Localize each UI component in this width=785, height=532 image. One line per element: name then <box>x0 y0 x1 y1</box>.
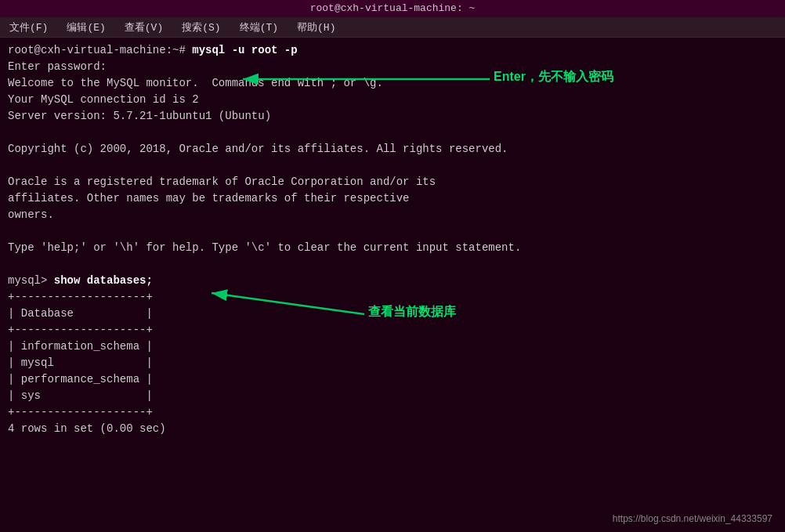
terminal-line-22: +--------------------+ <box>8 404 777 421</box>
menu-terminal[interactable]: 终端(T) <box>237 19 281 36</box>
terminal-line-23: 4 rows in set (0.00 sec) <box>8 421 777 437</box>
terminal-line-3: Your MySQL connection id is 2 <box>8 92 777 108</box>
terminal-line-17: +--------------------+ <box>8 322 777 338</box>
terminal-line-13 <box>8 256 777 273</box>
terminal-line-18: | information_schema | <box>8 338 777 355</box>
terminal-line-9: affiliates. Other names may be trademark… <box>8 190 777 207</box>
terminal-line-11 <box>8 223 777 240</box>
title-bar: root@cxh-virtual-machine: ~ <box>0 0 785 17</box>
terminal-line-2: Welcome to the MySQL monitor. Commands e… <box>8 75 777 92</box>
title-text: root@cxh-virtual-machine: ~ <box>310 2 476 14</box>
footer-link: https://blog.csdn.net/weixin_44333597 <box>613 512 772 526</box>
terminal-line-14: mysql> show databases; <box>8 273 777 289</box>
terminal-line-7 <box>8 157 777 174</box>
annotation-db-label: 查看当前数据库 <box>368 302 456 321</box>
annotation-enter-label: Enter，先不输入密码 <box>494 67 613 86</box>
terminal-line-20: | performance_schema | <box>8 371 777 388</box>
menu-search[interactable]: 搜索(S) <box>179 19 223 36</box>
terminal-line-5 <box>8 125 777 141</box>
menu-help[interactable]: 帮助(H) <box>294 19 338 36</box>
terminal: root@cxh-virtual-machine:~# mysql -u roo… <box>0 38 785 532</box>
terminal-line-4: Server version: 5.7.21-1ubuntu1 (Ubuntu) <box>8 108 777 125</box>
menu-bar[interactable]: 文件(F) 编辑(E) 查看(V) 搜索(S) 终端(T) 帮助(H) <box>0 17 785 38</box>
terminal-line-6: Copyright (c) 2000, 2018, Oracle and/or … <box>8 141 777 157</box>
terminal-line-19: | mysql | <box>8 355 777 371</box>
menu-edit[interactable]: 编辑(E) <box>63 19 108 36</box>
terminal-line-8: Oracle is a registered trademark of Orac… <box>8 174 777 190</box>
terminal-line-0: root@cxh-virtual-machine:~# mysql -u roo… <box>8 42 777 59</box>
terminal-line-10: owners. <box>8 207 777 223</box>
menu-view[interactable]: 查看(V) <box>121 19 166 36</box>
menu-file[interactable]: 文件(F) <box>6 19 51 36</box>
terminal-line-12: Type 'help;' or '\h' for help. Type '\c'… <box>8 240 777 256</box>
terminal-lines: root@cxh-virtual-machine:~# mysql -u roo… <box>8 42 777 437</box>
terminal-line-21: | sys | <box>8 388 777 404</box>
terminal-line-1: Enter password: <box>8 59 777 75</box>
